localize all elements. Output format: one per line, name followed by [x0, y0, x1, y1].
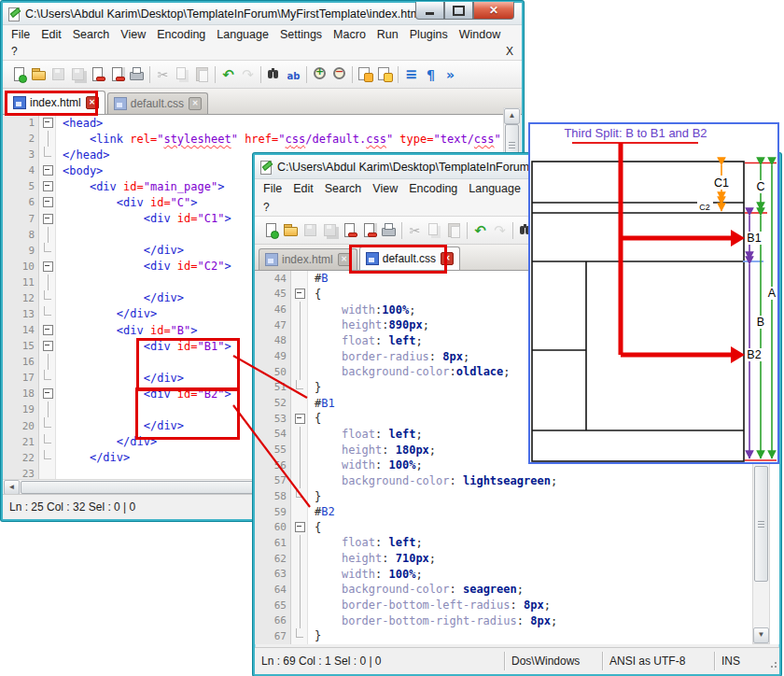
- line-number: 23: [3, 468, 39, 480]
- line-number: 20: [3, 420, 39, 432]
- tab-close-icon[interactable]: ✕: [86, 96, 99, 109]
- print-icon[interactable]: [128, 65, 146, 83]
- undo-icon[interactable]: [471, 221, 489, 239]
- menu-item-encoding[interactable]: Encoding: [151, 28, 211, 41]
- sync-h-icon[interactable]: [376, 65, 394, 83]
- fold-collapse-box[interactable]: [39, 162, 56, 178]
- print-icon[interactable]: [380, 221, 398, 239]
- tab-index-html[interactable]: index.html✕: [7, 91, 105, 114]
- show-symbols-icon[interactable]: [422, 65, 440, 83]
- code-line: 1<head>: [3, 115, 522, 131]
- line-number: 45: [255, 288, 291, 300]
- menu-item-view[interactable]: View: [115, 28, 151, 41]
- close-all-icon[interactable]: [108, 65, 126, 83]
- sync-v-icon[interactable]: [357, 65, 374, 83]
- close-icon[interactable]: [341, 221, 358, 239]
- open-file-icon[interactable]: [30, 65, 48, 83]
- menu-item-run[interactable]: Run: [371, 28, 404, 41]
- new-file-icon[interactable]: [10, 65, 28, 83]
- resize-grip[interactable]: [764, 652, 779, 670]
- word-wrap-icon[interactable]: [402, 65, 420, 83]
- zoom-out-icon[interactable]: [330, 65, 348, 83]
- fold-collapse-box[interactable]: [39, 178, 56, 194]
- menu-item-search[interactable]: Search: [319, 182, 368, 195]
- code-text: background-color:oldlace;: [308, 365, 511, 378]
- tab-default-css[interactable]: default.css✕: [359, 246, 460, 270]
- maximize-button[interactable]: [444, 2, 473, 20]
- tab-index-html[interactable]: index.html✕: [259, 248, 357, 270]
- minimize-button[interactable]: [415, 2, 444, 20]
- fold-collapse-box[interactable]: [39, 115, 56, 131]
- redo-icon[interactable]: [239, 65, 257, 83]
- code-text: </div>: [56, 307, 157, 320]
- fold-collapse-box[interactable]: [39, 338, 56, 354]
- tab-label: default.css: [383, 252, 436, 265]
- fold-collapse-box[interactable]: [39, 386, 56, 401]
- cut-icon[interactable]: [406, 221, 424, 239]
- title-bar[interactable]: C:\Users\Abdul Karim\Desktop\TemplateInF…: [3, 3, 522, 25]
- menu-item-encoding[interactable]: Encoding: [403, 182, 463, 195]
- line-number: 67: [255, 630, 291, 642]
- scroll-down-button[interactable]: ▼: [753, 627, 769, 643]
- fold-collapse-box[interactable]: [39, 322, 56, 338]
- tab-close-icon[interactable]: ✕: [338, 253, 351, 266]
- save-all-icon[interactable]: [321, 221, 339, 239]
- save-icon[interactable]: [301, 221, 319, 239]
- menu-item-settings[interactable]: Settings: [274, 28, 328, 41]
- fold-guide-line: [291, 613, 308, 628]
- fold-collapse-box[interactable]: [39, 259, 56, 275]
- undo-icon[interactable]: [219, 65, 237, 83]
- redo-icon[interactable]: [491, 221, 509, 239]
- menu-item-search[interactable]: Search: [67, 28, 116, 41]
- menu-item-macro[interactable]: Macro: [328, 28, 371, 41]
- line-number: 60: [255, 521, 291, 533]
- menu-item-window[interactable]: Window: [454, 28, 506, 41]
- menu-item-view[interactable]: View: [367, 182, 403, 195]
- tab-close-icon[interactable]: ✕: [189, 97, 202, 110]
- window-title: C:\Users\Abdul Karim\Desktop\TemplateInF…: [277, 161, 533, 174]
- new-file-icon[interactable]: [262, 221, 280, 239]
- scroll-up-button[interactable]: ▲: [504, 108, 520, 124]
- open-file-icon[interactable]: [282, 221, 300, 239]
- code-text: </head>: [56, 148, 110, 162]
- hscroll-thumb[interactable]: [21, 481, 256, 494]
- scroll-left-button[interactable]: ◄: [4, 480, 20, 495]
- tab-close-icon[interactable]: ✕: [441, 252, 454, 265]
- menu-item-language[interactable]: Language: [463, 182, 526, 195]
- menu-item-plugins[interactable]: Plugins: [404, 28, 454, 41]
- close-all-icon[interactable]: [360, 221, 378, 239]
- cut-icon[interactable]: [154, 65, 172, 83]
- fold-collapse-box[interactable]: [39, 210, 56, 226]
- copy-icon[interactable]: [426, 221, 443, 239]
- menu-close-x[interactable]: X: [506, 45, 513, 58]
- save-icon[interactable]: [49, 65, 67, 83]
- scroll-thumb[interactable]: [754, 466, 768, 582]
- save-all-icon[interactable]: [69, 65, 87, 83]
- menu-item-language[interactable]: Language: [211, 28, 274, 41]
- menu-item-edit[interactable]: Edit: [287, 182, 319, 195]
- fold-guide-line: [291, 458, 308, 473]
- menu-item-help[interactable]: ?: [11, 45, 18, 58]
- close-button[interactable]: ✕: [473, 2, 514, 20]
- paste-icon[interactable]: [445, 221, 463, 239]
- menu-item-help[interactable]: ?: [263, 201, 270, 214]
- menu-item-file[interactable]: File: [258, 182, 287, 195]
- fold-collapse-box[interactable]: [291, 520, 308, 536]
- paste-icon[interactable]: [193, 65, 211, 83]
- fold-collapse-box[interactable]: [291, 411, 308, 427]
- fold-collapse-box[interactable]: [39, 194, 56, 210]
- fold-guide-line: [39, 275, 56, 290]
- line-number: 3: [3, 148, 39, 161]
- close-icon[interactable]: [89, 65, 106, 83]
- menu-item-file[interactable]: File: [6, 28, 35, 41]
- zoom-in-icon[interactable]: [311, 65, 329, 83]
- line-number: 61: [255, 537, 291, 549]
- find-icon[interactable]: [265, 65, 283, 83]
- overflow-icon[interactable]: [441, 65, 459, 83]
- line-number: 5: [3, 180, 39, 192]
- replace-icon[interactable]: [285, 65, 302, 83]
- copy-icon[interactable]: [174, 65, 191, 83]
- menu-item-edit[interactable]: Edit: [35, 28, 67, 41]
- tab-default-css[interactable]: default.css✕: [107, 92, 208, 114]
- fold-collapse-box[interactable]: [291, 287, 308, 303]
